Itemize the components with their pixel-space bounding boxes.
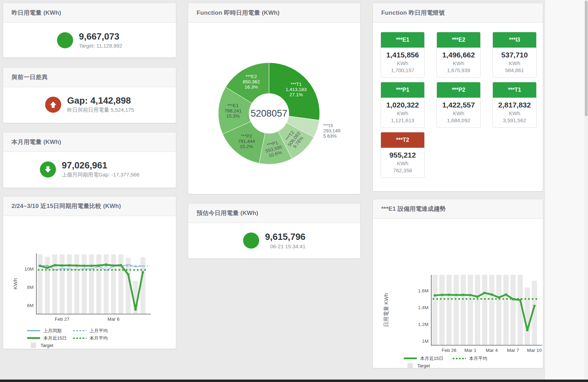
lamp-tile-t2: ***T2955,212KWh762,358 [381, 132, 425, 178]
down-arrow-icon [44, 165, 52, 174]
legend-item[interactable]: Target [404, 362, 453, 369]
svg-text:8M: 8M [27, 285, 34, 290]
legend-item[interactable]: 本月近15日 [27, 335, 73, 341]
svg-text:791,444: 791,444 [238, 139, 255, 144]
card-yesterday-usage: 昨日用電量 (KWh) 9,667,073 Target: 11,128,992 [3, 3, 176, 58]
svg-text:***T1: ***T1 [291, 82, 302, 87]
yesterday-usage-target: Target: 11,128,992 [79, 43, 122, 49]
bottom-edge-bar [0, 380, 588, 382]
legend-item[interactable]: 上月同期 [27, 327, 73, 334]
lamp-tile-value: 1,496,662 [438, 51, 479, 59]
lamp-tile-i3: ***I3537,710KWh584,861 [493, 32, 537, 78]
estimate-today-value: 9,615,796 [265, 232, 306, 242]
dashboard: 昨日用電量 (KWh) 9,667,073 Target: 11,128,992… [0, 0, 588, 382]
target-bar [468, 275, 473, 345]
lamp-tile-name: ***P2 [437, 82, 480, 98]
card-month-usage: 本月用電量 (KWh) 97,026,961 上個月同期用電Gap: -17,3… [3, 132, 176, 188]
svg-text:Mar 4: Mar 4 [486, 348, 498, 353]
legend-item[interactable]: 本月近15日 [404, 355, 453, 362]
blue-line-swatch-icon [27, 330, 40, 331]
target-bar [439, 275, 445, 345]
green-dot-swatch-icon [453, 358, 466, 359]
lamp-tile-target: 762,358 [382, 167, 423, 173]
lamp-tile-target: 1,121,613 [382, 117, 423, 123]
donut-chart[interactable]: ***T11,413,18327.1%***I3293,1495.63%***T… [188, 23, 360, 194]
target-bar [525, 287, 530, 345]
lamp-tile-value: 1,415,856 [382, 51, 423, 59]
target-bar [489, 275, 494, 345]
legend-label: 本月近15日 [420, 355, 443, 362]
svg-text:5.63%: 5.63% [323, 133, 336, 139]
svg-text:Feb 27: Feb 27 [55, 317, 69, 322]
target-bar [52, 255, 57, 314]
green-line-swatch-icon [27, 337, 40, 339]
svg-text:Mar 6: Mar 6 [107, 317, 120, 322]
target-bar [510, 275, 516, 345]
legend-label: 本月平均 [469, 355, 487, 362]
target-bar [475, 275, 480, 345]
gap-subtitle: 昨日與前日用電量 5,524,175 [67, 107, 134, 113]
target-bar [97, 255, 101, 314]
lamp-tile-t1: ***T12,817,832KWh3,591,562 [493, 82, 537, 128]
card-title: 昨日用電量 (KWh) [3, 3, 176, 23]
svg-text:6M: 6M [27, 303, 34, 308]
target-bar [75, 255, 79, 314]
lamp-tile-target: 584,861 [494, 67, 535, 73]
target-bar [89, 255, 94, 314]
estimate-timestamp: 06-21 15:34:41 [265, 243, 306, 249]
card-title: 預估今日用電量 (KWh) [188, 203, 360, 223]
svg-text:798,241: 798,241 [225, 108, 242, 113]
svg-text:Feb 26: Feb 26 [442, 348, 456, 353]
card-title: ***E1 設備用電達成趨勢 [373, 199, 543, 219]
legend-item[interactable]: 本月平均 [453, 355, 502, 362]
scrollbar-thumb[interactable] [585, 1, 588, 116]
gray-box-swatch-icon [408, 363, 413, 368]
comparison-chart[interactable]: 6M8M10MFeb 27Mar 6KWh [3, 216, 176, 325]
target-bar [67, 255, 72, 314]
scrollbar[interactable] [585, 0, 588, 380]
target-bar [461, 275, 466, 345]
green-dot-swatch-icon [73, 338, 86, 339]
legend-label: 本月近15日 [43, 335, 66, 341]
legend-item[interactable]: 本月平均 [73, 335, 119, 341]
lamp-tile-target: 1,675,939 [438, 67, 479, 73]
lamp-tile-p2: ***P21,422,557KWh1,684,092 [437, 82, 481, 128]
card-15day-comparison: 2/24~3/10 近15日同期用電量比較 (KWh) 6M8M10MFeb 2… [3, 196, 176, 349]
card-e1-trend: ***E1 設備用電達成趨勢 1M1.2M1.4M1.6MFeb 26Mar 1… [373, 199, 543, 368]
target-bar [454, 275, 459, 345]
svg-text:15.2%: 15.2% [240, 144, 253, 149]
legend-label: 上月平均 [90, 328, 108, 334]
lamp-tile-value: 955,212 [382, 151, 423, 159]
lamp-tile-value: 537,710 [494, 51, 535, 59]
lamp-tile-name: ***T2 [381, 132, 424, 148]
card-lamp-status: Function 昨日用電燈號 ***E11,415,856KWh1,700,1… [373, 3, 543, 192]
target-bar [82, 255, 87, 314]
svg-text:***I3: ***I3 [323, 123, 333, 128]
lamp-tiles: ***E11,415,856KWh1,700,157***E21,496,662… [373, 23, 543, 187]
trend-chart[interactable]: 1M1.2M1.4M1.6MFeb 26Mar 1Mar 4Mar 7Mar 1… [373, 219, 543, 353]
green-line-swatch-icon [404, 357, 417, 359]
svg-text:27.1%: 27.1% [289, 92, 303, 97]
status-circle-green-icon [57, 32, 73, 48]
svg-text:***P2: ***P2 [241, 133, 252, 139]
svg-text:***E2: ***E2 [246, 74, 257, 79]
target-bar [432, 275, 438, 345]
target-bar [119, 255, 123, 314]
legend-label: 上月同期 [43, 328, 62, 334]
svg-text:850,362: 850,362 [243, 79, 260, 84]
lamp-tile-value: 2,817,832 [494, 101, 535, 109]
card-title: Function 昨日用電燈號 [373, 3, 543, 23]
target-bar [104, 255, 109, 314]
yesterday-usage-value: 9,667,073 [79, 32, 122, 42]
target-bar [60, 255, 65, 314]
svg-text:***E1: ***E1 [227, 103, 239, 108]
lamp-tile-target: 1,700,157 [382, 67, 423, 73]
target-bar [496, 275, 502, 345]
legend-item[interactable]: Target [27, 342, 73, 349]
lamp-tile-unit: KWh [494, 110, 535, 116]
svg-text:KWh: KWh [12, 278, 18, 290]
target-bar [482, 275, 487, 345]
legend-label: 本月平均 [90, 335, 108, 341]
legend-item[interactable]: 上月平均 [73, 327, 119, 334]
svg-text:1.6M: 1.6M [418, 288, 428, 293]
